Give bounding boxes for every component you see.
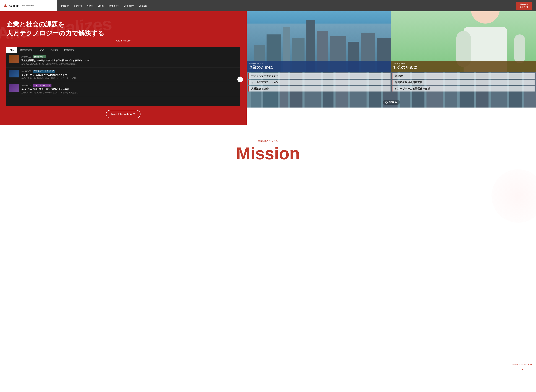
news-thumb-1 (9, 55, 19, 63)
site-logo[interactable]: sann And it realizes (4, 3, 34, 9)
replay-icon (385, 101, 388, 104)
news-tag-3: 人材ソリューション (33, 84, 52, 87)
news-tag-1: 福祉サービス (33, 55, 46, 58)
news-content-2: 2023/05/01 デジタルマーケティング インターネット/SNSにおける動画… (21, 70, 237, 79)
triangle-icon (4, 4, 7, 7)
services-right-col: 福祉DX 障害者の雇用＆定着支援 グループホーム＆就労移行支援 (392, 73, 535, 92)
hero-image-row: Business Solution 企業のために (247, 11, 536, 72)
news-date-1: 2023/05/09 (21, 56, 31, 58)
news-excerpt-3: 近年のSNSの利用の増加、年末からビジネス界隈でも大変話題に... (21, 91, 237, 94)
social-solution-badge[interactable]: Social Solution 社会のために (391, 61, 536, 72)
main-nav: Mission Service News Client sann note Co… (57, 0, 536, 11)
news-content-3: 2023/05/01 人材ソリューション SNS・ChatGPTの普及に伴う「承… (21, 84, 237, 94)
nav-sann-note[interactable]: sann note (108, 5, 119, 7)
logo-tagline: And it realizes (22, 5, 34, 7)
nav-contact[interactable]: Contact (139, 5, 146, 7)
news-thumb-3 (9, 84, 19, 92)
news-item-3[interactable]: 2023/05/01 人材ソリューション SNS・ChatGPTの普及に伴う「承… (6, 82, 240, 96)
business-solution-badge[interactable]: Business Solution 企業のために (247, 61, 391, 72)
site-header: sann And it realizes Mission Service New… (0, 0, 536, 11)
hero-right-panel: Business Solution 企業のために (247, 11, 536, 125)
mission-title: Mission (7, 145, 529, 162)
svg-rect-19 (514, 34, 525, 63)
news-tabs: ALL Recommend News Pick Up Instagram (6, 47, 240, 53)
social-solution-label: Social Solution (393, 62, 534, 65)
social-image: Social Solution 社会のために (391, 11, 536, 72)
news-title-2: インターネット/SNSにおける動画広告の可能性 (21, 74, 237, 77)
business-solution-label: Business Solution (249, 62, 389, 65)
service-staffing[interactable]: 人材派遣＆紹介 (248, 86, 391, 92)
hero-subheadline: And it realizes (6, 39, 240, 42)
business-solution-title: 企業のために (249, 65, 389, 70)
nav-news[interactable]: News (87, 5, 93, 7)
logo-area: sann And it realizes (0, 0, 57, 11)
more-information-button[interactable]: More Information ∨ (106, 110, 141, 118)
recruit-button[interactable]: Recruit 採用サイト (516, 2, 532, 10)
main-container: And it realizes 企業と社会の課題を 人とテクノロジーの力で解決す… (0, 11, 536, 125)
mission-sub-label: sannのミッション (7, 140, 529, 143)
hero-headline: 企業と社会の課題を 人とテクノロジーの力で解決する (6, 20, 240, 38)
news-title-3: SNS・ChatGPTの普及に伴う「承認欲求」の時代 (21, 88, 237, 91)
nav-mission[interactable]: Mission (61, 5, 69, 7)
news-title-1: 現役支援員視点での障がい者の就労移行支援サービスと事業所について (21, 59, 237, 62)
news-item-2[interactable]: 2023/05/01 デジタルマーケティング インターネット/SNSにおける動画… (6, 67, 240, 82)
news-excerpt-1: みなさんこにちは。私は株式会社SANNの福祉事業部に所属し... (21, 62, 237, 65)
news-next-arrow[interactable]: ‹ (237, 77, 243, 82)
tab-pickup[interactable]: Pick Up (47, 47, 61, 53)
service-overlay: デジタルマーケティング セールスプロモーション 人材派遣＆紹介 福祉DX 障害者… (248, 73, 535, 92)
replay-button[interactable]: REPLAY (383, 100, 400, 105)
news-tag-2: デジタルマーケティング (33, 70, 55, 73)
service-employment-support[interactable]: 障害者の雇用＆定着支援 (392, 80, 535, 85)
service-sales-promotion[interactable]: セールスプロモーション (248, 80, 391, 85)
news-item-1[interactable]: 2023/05/09 福祉サービス 現役支援員視点での障がい者の就労移行支援サー… (6, 53, 240, 67)
services-left-col: デジタルマーケティング セールスプロモーション 人材派遣＆紹介 (248, 73, 391, 92)
nav-company[interactable]: Company (124, 5, 134, 7)
news-date-3: 2023/05/01 (21, 84, 31, 87)
chevron-down-icon: ∨ (133, 112, 135, 116)
service-digital-marketing[interactable]: デジタルマーケティング (248, 73, 391, 79)
news-content-1: 2023/05/09 福祉サービス 現役支援員視点での障がい者の就労移行支援サー… (21, 55, 237, 65)
mission-section: sannのミッション Mission (0, 125, 536, 176)
news-thumb-2 (9, 70, 19, 77)
tab-recommend[interactable]: Recommend (17, 47, 35, 53)
news-excerpt-2: SNSの普及に伴い数年前よりも「気軽に」インターネット/SN... (21, 77, 237, 79)
tab-all[interactable]: ALL (6, 47, 17, 53)
hero-left-panel: And it realizes 企業と社会の課題を 人とテクノロジーの力で解決す… (0, 11, 247, 125)
news-list: 2023/05/09 福祉サービス 現役支援員視点での障がい者の就労移行支援サー… (6, 53, 240, 106)
city-services-area: デジタルマーケティング セールスプロモーション 人材派遣＆紹介 福祉DX 障害者… (247, 72, 536, 107)
service-welfare-dx[interactable]: 福祉DX (392, 73, 535, 79)
social-solution-title: 社会のために (393, 65, 534, 70)
service-group-home[interactable]: グループホーム＆就労移行支援 (392, 86, 535, 92)
tab-instagram[interactable]: Instagram (61, 47, 77, 53)
logo-brand-name: sann (9, 3, 19, 9)
news-date-2: 2023/05/01 (21, 70, 31, 72)
tab-news[interactable]: News (35, 47, 47, 53)
city-image: Business Solution 企業のために (247, 11, 391, 72)
nav-client[interactable]: Client (98, 5, 103, 7)
nav-service[interactable]: Service (74, 5, 82, 7)
decorative-blob-right (491, 169, 536, 176)
